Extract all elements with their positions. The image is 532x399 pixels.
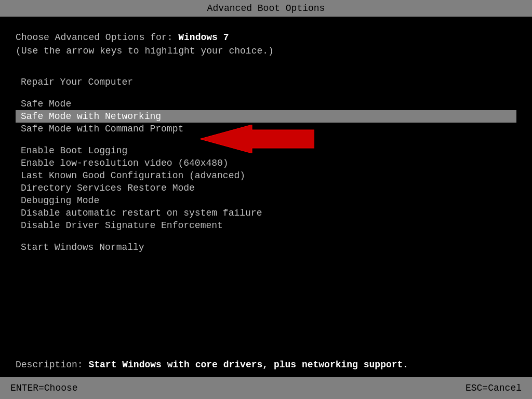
title-bar: Advanced Boot Options [0, 0, 532, 17]
menu-item-repair[interactable]: Repair Your Computer [16, 76, 516, 88]
spacer-2 [16, 88, 516, 98]
menu-item-low-res[interactable]: Enable low-resolution video (640x480) [16, 157, 516, 169]
arrow-indicator [200, 125, 314, 153]
description-prefix: Description: [16, 360, 88, 370]
menu-item-safe-mode-networking[interactable]: Safe Mode with Networking [16, 110, 516, 123]
menu-item-start-normally[interactable]: Start Windows Normally [16, 241, 516, 254]
menu-item-safe-mode[interactable]: Safe Mode [16, 98, 516, 110]
menu-item-directory-services[interactable]: Directory Services Restore Mode [16, 182, 516, 194]
spacer-1 [16, 66, 516, 76]
menu-item-disable-restart[interactable]: Disable automatic restart on system fail… [16, 207, 516, 219]
spacer-4 [16, 232, 516, 241]
description-text: Start Windows with core drivers, plus ne… [88, 360, 408, 370]
header-line2: (Use the arrow keys to highlight your ch… [16, 46, 516, 56]
menu-item-disable-driver-sig[interactable]: Disable Driver Signature Enforcement [16, 219, 516, 232]
svg-marker-0 [200, 125, 314, 153]
esc-label: ESC=Cancel [466, 383, 522, 393]
enter-label: ENTER=Choose [10, 383, 78, 393]
description-bar: Description: Start Windows with core dri… [0, 354, 532, 375]
header-line1: Choose Advanced Options for: Windows 7 [16, 32, 516, 43]
header-os: Windows 7 [178, 32, 229, 43]
header-prefix: Choose Advanced Options for: [16, 32, 178, 43]
menu-item-debugging[interactable]: Debugging Mode [16, 194, 516, 207]
bottom-bar: ENTER=Choose ESC=Cancel [0, 377, 532, 399]
menu-list: Repair Your Computer Safe Mode Safe Mode… [16, 66, 516, 254]
title-text: Advanced Boot Options [207, 3, 325, 14]
menu-item-last-known-good[interactable]: Last Known Good Configuration (advanced) [16, 169, 516, 182]
